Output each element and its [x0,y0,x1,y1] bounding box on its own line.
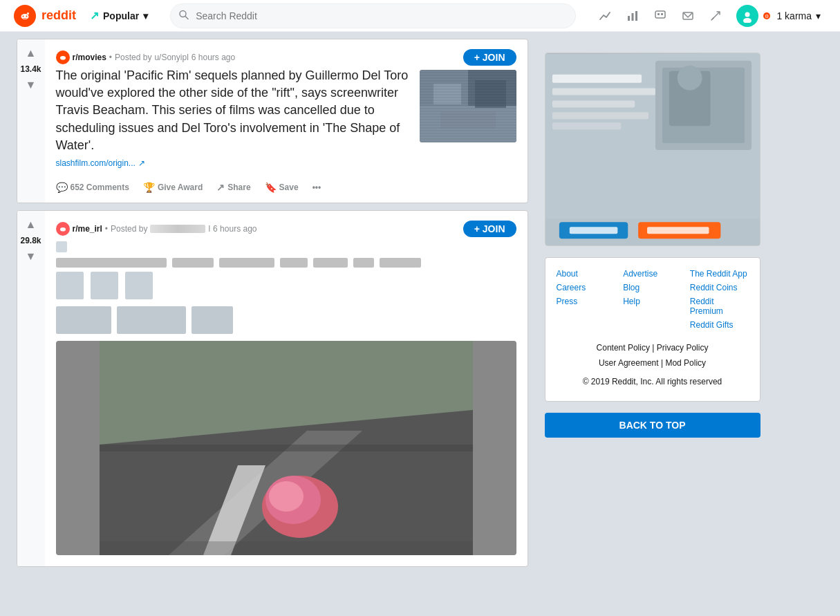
downvote-button-2[interactable]: ▼ [23,248,39,265]
svg-rect-53 [552,122,620,129]
svg-point-2 [23,15,24,17]
reddit-logo[interactable]: reddit [14,5,76,27]
footer-user-agreement[interactable]: User Agreement [599,358,659,368]
join-button[interactable]: + JOIN [463,49,516,66]
svg-rect-56 [569,227,617,234]
post2-checkbox [56,241,67,252]
blurred-thumb-3 [125,272,153,299]
save-icon: 🔖 [265,182,277,193]
upvote-button-2[interactable]: ▲ [23,216,39,233]
trending-icon: ↗ [90,9,99,22]
svg-rect-12 [657,13,660,15]
popular-dropdown[interactable]: ↗ Popular ▾ [84,5,153,26]
save-button[interactable]: 🔖 Save [259,178,304,197]
svg-rect-51 [552,100,634,107]
svg-rect-13 [661,13,663,15]
post-thumbnail[interactable] [420,70,516,142]
post-link: slashfilm.com/origin... ↗ [56,158,414,168]
footer-link-about[interactable]: About [557,269,615,279]
svg-rect-42 [100,541,473,555]
save-label: Save [279,183,299,192]
subreddit-name-2[interactable]: r/me_irl [73,224,102,234]
post-title-area: The original 'Pacific Rim' sequels plann… [50,67,522,174]
share-icon: ↗ [216,182,225,193]
post2-blurred-row3 [56,306,516,334]
external-link-icon: ↗ [138,158,145,168]
award-button[interactable]: 🏆 Give Award [138,178,208,197]
subreddit-name[interactable]: r/movies [73,53,106,62]
post-title-wrapper: The original 'Pacific Rim' sequels plann… [56,67,414,174]
more-icon: ••• [312,183,321,192]
footer-link-blog[interactable]: Blog [623,283,682,292]
svg-rect-11 [655,11,665,18]
svg-rect-9 [632,13,634,21]
karma-count: 1 karma [776,10,812,21]
post-card-2: ▲ 29.8k ▼ r/me_irl • Posted by l 6 hours… [17,210,528,567]
search-input[interactable] [170,3,576,28]
user-karma-badge[interactable]: ⚙ 1 karma ▾ [731,2,826,30]
back-to-top-button[interactable]: BACK TO TOP [545,413,760,438]
search-icon [178,9,189,22]
share-button[interactable]: ↗ Share [211,178,256,197]
username[interactable]: u/Sonyipl [154,53,188,62]
blurred-word-6 [353,258,374,268]
post-body: r/movies • Posted by u/Sonyipl 6 hours a… [45,39,528,203]
svg-point-18 [745,12,750,17]
post2-blurred-title [56,258,516,268]
blurred-block-3 [56,306,111,334]
svg-rect-49 [552,75,641,83]
footer-copyright: © 2019 Reddit, Inc. All rights reserved [557,375,749,390]
post-title[interactable]: The original 'Pacific Rim' sequels plann… [56,67,414,154]
footer-link-coins[interactable]: Reddit Coins [690,283,749,292]
svg-rect-41 [100,445,473,451]
post-link-anchor[interactable]: slashfilm.com/origin... [56,158,136,168]
svg-rect-8 [628,16,630,21]
footer-privacy-policy[interactable]: Privacy Policy [657,343,709,353]
posted-by-label: Posted by [115,53,151,62]
comments-button[interactable]: 💬 652 Comments [50,178,135,197]
more-button[interactable]: ••• [307,178,327,196]
footer-content-policy[interactable]: Content Policy [597,343,650,353]
vote-column-2: ▲ 29.8k ▼ [17,211,45,566]
comments-icon: 💬 [56,182,68,193]
username-blurred-2 [150,225,205,233]
footer-link-careers[interactable]: Careers [557,283,615,292]
svg-rect-52 [552,112,648,119]
separator-dot: • [109,53,112,62]
chevron-down-icon: ▾ [143,10,148,21]
post-time-2: 6 hours ago [213,224,256,234]
footer-link-gifts[interactable]: Reddit Gifts [690,320,749,330]
ad-content [545,53,760,245]
post-meta: r/movies • Posted by u/Sonyipl 6 hours a… [50,45,522,67]
footer-mod-policy[interactable]: Mod Policy [665,358,706,368]
blurred-word-1 [56,258,167,268]
post2-main-image[interactable] [56,341,516,555]
trending-icon-btn[interactable] [592,3,617,28]
search-bar [170,3,576,28]
footer-link-press[interactable]: Press [557,297,615,316]
award-label: Give Award [158,183,203,192]
mail-icon-btn[interactable] [675,3,700,28]
edit-icon-btn[interactable] [703,3,728,28]
svg-text:⚙: ⚙ [765,14,769,19]
post2-content [50,239,522,561]
svg-rect-50 [552,88,655,95]
main-feed: ▲ 13.4k ▼ r/movies • Posted by u/Sonyipl… [17,39,528,574]
post-body-2: r/me_irl • Posted by l 6 hours ago + JOI… [45,211,528,566]
footer-link-app[interactable]: The Reddit App [690,269,749,279]
blurred-thumb-2 [91,272,118,299]
join-button-2[interactable]: + JOIN [463,221,516,237]
popular-label: Popular [103,10,139,21]
post-time: 6 hours ago [192,53,235,62]
chat-icon-btn[interactable] [648,3,673,28]
svg-point-32 [60,227,66,232]
footer-link-advertise[interactable]: Advertise [623,269,682,279]
svg-point-23 [60,56,66,60]
upvote-button[interactable]: ▲ [23,45,39,62]
avatar [736,5,758,27]
stats-icon-btn[interactable] [620,3,645,28]
footer-link-premium[interactable]: Reddit Premium [690,297,749,316]
footer-link-help[interactable]: Help [623,297,682,316]
downvote-button[interactable]: ▼ [23,77,39,93]
comments-label: 652 Comments [71,183,129,192]
